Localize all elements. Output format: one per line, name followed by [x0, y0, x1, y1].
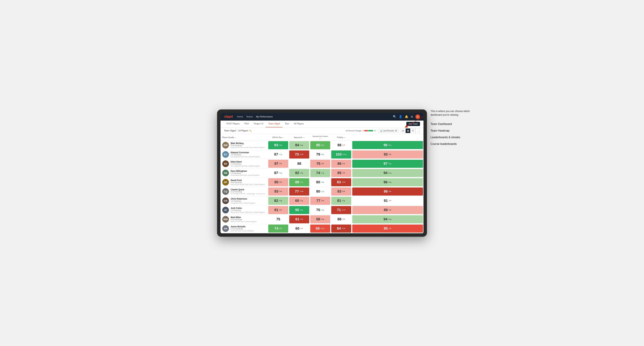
player-avatar: CQ [222, 188, 229, 195]
stat-around-green[interactable]: 84 -21▼ [331, 224, 352, 233]
annotation-item-2: Leaderboards & streaks [430, 135, 476, 140]
stat-player-quality[interactable]: 74 -8▼ [268, 224, 289, 233]
stat-value: 82 [274, 199, 278, 203]
stat-off-tee[interactable]: 84 +6▲ [289, 141, 310, 150]
stat-player-quality[interactable]: 87 +1▲ [268, 150, 289, 159]
stat-off-tee[interactable]: 88 [289, 159, 310, 168]
tab-pga[interactable]: PGA [242, 121, 251, 127]
col-header-putting[interactable]: Putting — [331, 134, 352, 141]
tab-all-players[interactable]: All Players [292, 121, 306, 127]
tab-hcaps[interactable]: Hcaps 1-5 [251, 121, 266, 127]
table-row[interactable]: CQ Charlie Quick 6-10 Handicap St. Georg… [220, 187, 424, 196]
stat-off-tee[interactable]: 73 -11▼ [289, 150, 310, 159]
stat-putting[interactable]: 85 -4▼ [352, 224, 424, 233]
edit-icon[interactable]: ✏️ [249, 130, 252, 132]
stat-around-green[interactable]: 83 -6▼ [331, 187, 352, 196]
stat-putting[interactable]: 94 +3▲ [352, 215, 424, 224]
stat-putting[interactable]: 97 +5▲ [352, 159, 424, 168]
stat-off-tee[interactable]: 82 +4▲ [289, 168, 310, 177]
stat-approach[interactable]: 77 -3▼ [310, 196, 331, 205]
stat-approach[interactable]: 75 -3▼ [310, 159, 331, 168]
stat-off-tee[interactable]: 89 +7▲ [289, 177, 310, 187]
nav-link-home[interactable]: Home [237, 115, 243, 118]
stat-box: 60 -1▼ [289, 224, 309, 233]
stat-player-quality[interactable]: 93 +9▲ [268, 141, 289, 150]
stat-approach[interactable]: 80 +1▲ [310, 187, 331, 196]
stat-off-tee[interactable]: 61 -3▼ [289, 215, 310, 224]
col-header-approach[interactable]: Approach — [289, 134, 310, 141]
table-row[interactable]: DF David Ford Plus Handicap Royal North … [220, 177, 424, 187]
stat-player-quality[interactable]: 87 -3▼ [268, 159, 289, 168]
player-handicap: 6-10 Handicap [231, 219, 266, 220]
stat-putting[interactable]: 86 -8▼ [352, 187, 424, 196]
stat-around-green[interactable]: 71 -11▼ [331, 205, 352, 215]
user-icon[interactable]: 👤 [399, 115, 402, 118]
stat-around-green[interactable]: 83 -10▼ [331, 177, 352, 187]
stat-value: 80 [316, 189, 320, 193]
search-icon[interactable]: 🔍 [393, 115, 396, 118]
stat-approach[interactable]: 74 +1▲ [310, 168, 331, 177]
stat-change: +4▲ [342, 200, 345, 202]
table-row[interactable]: JC Josh Coles 1-5 Handicap Royal North D… [220, 205, 424, 215]
heatmap-view-button[interactable]: ▦ [406, 128, 410, 133]
last-rounds-button[interactable]: 📊 Last Rounds: 20 [378, 129, 399, 133]
stat-change: -3▼ [388, 200, 392, 202]
stat-value: 87 [274, 162, 278, 166]
stat-change: +4▲ [320, 218, 324, 220]
col-header-around-green[interactable]: Around the Green — [310, 134, 331, 141]
stat-off-tee[interactable]: 77 -14▼ [289, 187, 310, 196]
stat-box: 75 +2▲ [310, 206, 330, 214]
stat-player-quality[interactable]: 87 +4▲ [268, 168, 289, 177]
stat-around-green[interactable]: 88 -1▼ [331, 141, 352, 150]
tab-team-clippd[interactable]: Team Clippd [266, 121, 282, 127]
table-row[interactable]: DB Dave Billingham 1-5 Handicap Gog Mago… [220, 168, 424, 177]
stat-putting[interactable]: 94 +1▲ [352, 168, 424, 177]
stat-around-green[interactable]: 81 +4▲ [331, 196, 352, 205]
table-row[interactable]: AN Aaron Nicholls 11-15 Handicap Drift G… [220, 224, 424, 233]
stat-putting[interactable]: 89 -2▼ [352, 205, 424, 215]
stat-player-quality[interactable]: 85 -3▼ [268, 177, 289, 187]
stat-player-quality[interactable]: 75 [268, 215, 289, 224]
stat-approach[interactable]: 79 +9▲ [310, 150, 331, 159]
tab-tour[interactable]: Tour [282, 121, 292, 127]
grid-view-button[interactable]: ⊞ [401, 128, 405, 133]
stat-around-green[interactable]: 86 -6▼ [331, 159, 352, 168]
stat-putting[interactable]: 91 -3▼ [352, 196, 424, 205]
tab-pgat[interactable]: PGAT Players [224, 121, 242, 127]
stat-around-green[interactable]: 88 -2▼ [331, 215, 352, 224]
table-row[interactable]: EC Edward Crossman 1-5 Handicap Sunningd… [220, 150, 424, 159]
stat-putting[interactable]: 92 -3▼ [352, 150, 424, 159]
stat-off-tee[interactable]: 95 +8▲ [289, 205, 310, 215]
stat-putting[interactable]: 96 +3▲ [352, 177, 424, 187]
stat-player-quality[interactable]: 83 -3▼ [268, 187, 289, 196]
stat-off-tee[interactable]: 60 +2▲ [289, 196, 310, 205]
stat-change: -14▼ [300, 190, 304, 192]
list-view-button[interactable]: ☰ [410, 128, 415, 133]
download-button[interactable]: ↓ [416, 128, 420, 133]
stat-box: 88 [289, 160, 309, 168]
nav-link-performance[interactable]: My Performance [256, 115, 273, 118]
stat-player-quality[interactable]: 82 +3▲ [268, 196, 289, 205]
stat-approach[interactable]: 58 +4▲ [310, 215, 331, 224]
stat-off-tee[interactable]: 60 -1▼ [289, 224, 310, 233]
col-header-player[interactable]: Player Quality ↓ [220, 134, 268, 141]
table-row[interactable]: MM Matt Miller 6-10 Handicap Woburn Golf… [220, 215, 424, 224]
stat-around-green[interactable]: 103 +15▲ [331, 150, 352, 159]
stat-approach[interactable]: 58 +10▲ [310, 224, 331, 233]
stat-around-green[interactable]: 85 -3▼ [331, 168, 352, 177]
stat-approach[interactable]: 85 +8▲ [310, 141, 331, 150]
table-row[interactable]: BM Blair McHarg Plus Handicap Royal Nort… [220, 141, 424, 150]
stat-approach[interactable]: 80 +3▲ [310, 177, 331, 187]
stat-box: 58 +10▲ [310, 224, 330, 233]
stat-change: +3▲ [388, 218, 392, 220]
stat-putting[interactable]: 95 +9▲ [352, 141, 424, 150]
player-club: St. George's Hill GC - Weybridge - Surre… [231, 193, 266, 195]
col-header-off-tee[interactable]: Off the Tee — [268, 134, 289, 141]
table-row[interactable]: CR Chris Robertson 1-5 Handicap Craigmil… [220, 196, 424, 205]
stat-approach[interactable]: 75 +2▲ [310, 205, 331, 215]
table-row[interactable]: EE Elliot Ebert 1-5 Handicap Sunningdale… [220, 159, 424, 168]
player-name: David Ford [231, 179, 266, 181]
nav-link-teams[interactable]: Teams [246, 115, 253, 118]
player-handicap: 11-15 Handicap [231, 228, 266, 230]
stat-player-quality[interactable]: 81 -3▼ [268, 205, 289, 215]
